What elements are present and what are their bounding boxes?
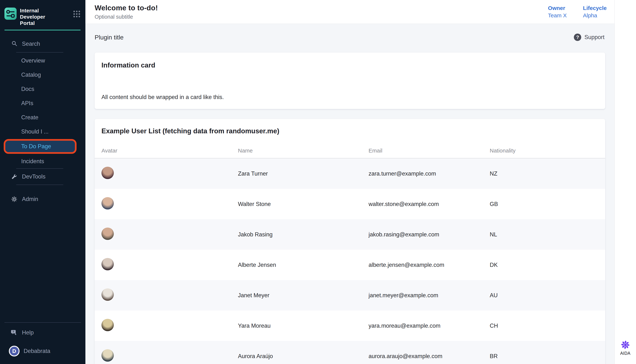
plugin-title: Plugin title [95,34,124,41]
page-title: Welcome to to-do! [95,4,158,12]
avatar [102,319,114,331]
sidebar-item-label: Catalog [21,72,41,78]
support-label: Support [584,34,604,40]
avatar [102,197,114,210]
column-header-name: Name [231,148,362,154]
column-header-avatar: Avatar [95,148,231,154]
user-name: Aurora Araújo [231,353,362,360]
user-nationality: BR [483,353,605,360]
sidebar-item-incidents[interactable]: Incidents [0,154,86,168]
user-name: Jakob Rasing [231,231,362,238]
user-name: Janet Meyer [231,292,362,299]
sidebar-item-overview[interactable]: Overview [0,54,86,68]
aida-label: AIDA [620,351,630,356]
plugin-bar: Plugin title ? Support [95,32,605,43]
information-card-title: Information card [102,62,598,69]
question-circle-icon: ? [574,34,581,41]
avatar [102,167,114,179]
sidebar-item-create[interactable]: Create [0,110,86,124]
user-nationality: NL [483,231,605,238]
owner-label: Owner [548,5,567,11]
page-header: Welcome to to-do! Optional subtitle Owne… [86,0,614,24]
user-avatar: D [9,346,20,356]
search-icon [12,40,17,47]
admin-label: Admin [22,196,38,202]
user-name: Yara Moreau [231,322,362,329]
user-email: aurora.araujo@example.com [362,353,483,360]
sidebar-search[interactable]: Search [0,36,86,52]
sidebar-item-apis[interactable]: APIs [0,96,86,110]
sidebar-item-label: Docs [21,86,34,92]
sidebar-user[interactable]: D Debabrata [0,342,86,360]
table-row: Walter Stone walter.stone@example.com GB [95,189,605,219]
svg-text:?: ? [12,330,14,333]
user-nationality: CH [483,322,605,329]
sidebar-item-label: Overview [21,57,45,64]
column-header-nationality: Nationality [483,148,605,154]
sidebar-item-help[interactable]: ? Help [0,323,86,342]
sidebar: Internal Developer Portal Search Overvie… [0,0,86,364]
table-row: Zara Turner zara.turner@example.com NZ [95,158,605,189]
lifecycle-value-link[interactable]: Alpha [583,12,607,18]
sidebar-nav: Overview Catalog Docs APIs Create Should… [0,54,86,168]
aida-flower-icon [621,340,630,350]
header-meta: Owner Team X Lifecycle Alpha [548,5,607,18]
wrench-icon [11,174,17,180]
user-name: Zara Turner [231,170,362,177]
title-block: Welcome to to-do! Optional subtitle [95,4,158,20]
table-row: Aurora Araújo aurora.araujo@example.com … [95,341,605,364]
avatar-cell [95,319,231,333]
sliders-logo-icon [4,8,16,20]
avatar [102,258,114,270]
user-email: walter.stone@example.com [362,201,483,208]
sidebar-item-catalog[interactable]: Catalog [0,68,86,82]
column-header-email: Email [362,148,483,154]
support-button[interactable]: ? Support [574,34,605,41]
help-chat-icon: ? [11,329,17,336]
sidebar-item-devtools[interactable]: DevTools [0,169,86,184]
brand: Internal Developer Portal [0,0,86,26]
sidebar-item-label: To Do Page [21,143,51,150]
user-name-label: Debabrata [24,348,50,354]
lifecycle-label: Lifecycle [583,5,607,11]
aida-badge[interactable]: AIDA [620,340,630,356]
user-nationality: GB [483,201,605,208]
app-window: Internal Developer Portal Search Overvie… [0,0,636,364]
sidebar-item-docs[interactable]: Docs [0,82,86,96]
sidebar-divider [16,184,63,185]
avatar [102,288,114,301]
sidebar-item-to-do-page[interactable]: To Do Page [4,139,76,154]
user-email: jakob.rasing@example.com [362,231,483,238]
grid-dots-icon[interactable] [73,10,80,18]
avatar [102,228,114,240]
sidebar-item-label: Should I ... [21,128,48,135]
user-nationality: DK [483,262,605,268]
user-email: janet.meyer@example.com [362,292,483,299]
owner-value-link[interactable]: Team X [548,12,567,18]
user-email: yara.moreau@example.com [362,322,483,329]
sidebar-item-should-i[interactable]: Should I ... [0,124,86,139]
user-email: zara.turner@example.com [362,170,483,177]
sidebar-item-label: APIs [21,100,33,106]
avatar-cell [95,197,231,211]
sidebar-item-label: Create [21,114,38,121]
information-card: Information card All content should be w… [95,52,605,109]
devtools-label: DevTools [22,173,46,180]
information-card-body: All content should be wrapped in a card … [102,94,598,100]
avatar-cell [95,167,231,180]
user-table-body: Zara Turner zara.turner@example.com NZ W… [95,158,605,364]
user-list-title: Example User List (fetching data from ra… [102,127,605,135]
user-table-header: Avatar Name Email Nationality [95,143,605,158]
user-name: Alberte Jensen [231,262,362,268]
right-strip: AIDA [614,0,636,364]
meta-owner: Owner Team X [548,5,567,18]
avatar-cell [95,349,231,363]
meta-lifecycle: Lifecycle Alpha [583,5,607,18]
table-row: Yara Moreau yara.moreau@example.com CH [95,310,605,341]
user-nationality: NZ [483,170,605,177]
avatar-cell [95,258,231,272]
avatar-cell [95,288,231,302]
table-row: Jakob Rasing jakob.rasing@example.com NL [95,219,605,250]
help-label: Help [22,329,34,336]
sidebar-item-admin[interactable]: Admin [0,191,86,207]
